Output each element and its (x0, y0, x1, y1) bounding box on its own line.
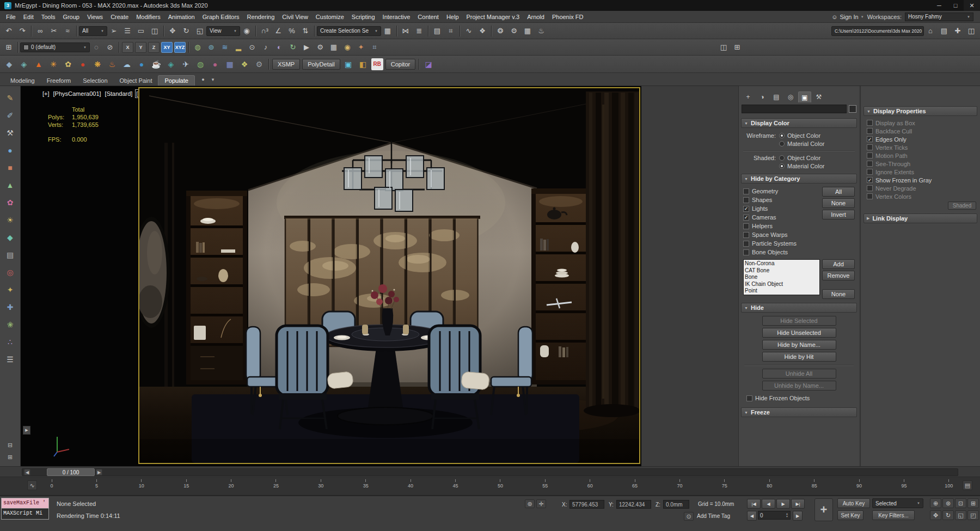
menu-item[interactable]: Civil View (278, 13, 311, 21)
shaded-button[interactable]: Shaded (948, 202, 976, 210)
menu-item[interactable]: Rendering (243, 13, 279, 21)
hide-rollout-header[interactable]: ▼ Hide (741, 303, 857, 313)
category-shapes-checkbox[interactable]: Shapes (743, 196, 820, 204)
heat-plugin-icon[interactable]: ♨ (105, 57, 119, 71)
zoom-extents-all-icon[interactable]: ⊞ (967, 498, 979, 508)
curve-editor-icon[interactable]: ∿ (462, 25, 475, 38)
coffee-plugin-icon[interactable]: ☕ (149, 57, 163, 71)
menu-item[interactable]: File (2, 13, 20, 21)
display-properties-rollout-header[interactable]: ▼ Display Properties (863, 106, 977, 116)
vertex-colors-checkbox[interactable]: Vertex Colors (867, 192, 976, 200)
selection-lock-toggle-icon[interactable]: ⊘ (103, 41, 117, 54)
category-geometry-checkbox[interactable]: Geometry (743, 187, 820, 196)
shaded-material-color-radio[interactable]: Material Color (779, 162, 855, 170)
menu-item[interactable]: Project Manager v.3 (463, 13, 524, 21)
play-icon[interactable]: ▶ (776, 499, 790, 509)
tab-display-icon[interactable]: ▣ (798, 91, 811, 102)
menu-item[interactable]: Views (83, 13, 107, 21)
unlink-selection-icon[interactable]: ✂ (47, 25, 60, 38)
list-none-button[interactable]: None (822, 289, 855, 299)
viewport[interactable]: [+] [PhysCamera001] [Standard] [Default … (21, 86, 641, 466)
menu-item[interactable]: Help (443, 13, 463, 21)
axis-xyz-button[interactable]: XYZ (174, 42, 186, 53)
close-icon[interactable]: ✕ (964, 0, 980, 11)
select-and-link-icon[interactable]: ∞ (34, 25, 47, 38)
viewport-general-menu[interactable]: [+] (42, 90, 50, 97)
ribbon-tab-modeling[interactable]: Modeling (4, 76, 41, 86)
settings-tool-icon[interactable]: ⚙ (314, 41, 327, 54)
mirror-icon[interactable]: ⋈ (399, 25, 412, 38)
hide-frozen-objects-checkbox[interactable]: Hide Frozen Objects (746, 394, 855, 402)
axis-x-button[interactable]: X (122, 42, 133, 53)
edges-only-checkbox[interactable]: Edges Only (867, 135, 976, 143)
selection-filter-dropdown[interactable]: All (79, 26, 107, 36)
add-button[interactable]: Add (822, 259, 855, 269)
new-scene-icon[interactable]: ✚ (951, 25, 964, 38)
snap-toggle-icon[interactable]: ∩³ (258, 25, 271, 38)
menu-item[interactable]: Interactive (379, 13, 414, 21)
schematic-view-icon[interactable]: ❖ (476, 25, 489, 38)
remove-button[interactable]: Remove (822, 271, 855, 280)
select-and-move-icon[interactable]: ✥ (166, 25, 179, 38)
graph-tool-icon[interactable]: ▂ (232, 41, 245, 54)
explosion-plugin-icon[interactable]: ● (76, 57, 90, 71)
window-crossing-icon[interactable]: ◫ (148, 25, 161, 38)
star-plugin-icon[interactable]: ❖ (237, 57, 252, 71)
leaf-icon[interactable]: ❀ (3, 318, 17, 332)
render-setup-icon[interactable]: ⚙ (507, 25, 520, 38)
workspace-dropdown[interactable]: Hosny Fahmy (905, 13, 973, 21)
next-frame-button[interactable]: ▶ (793, 511, 803, 521)
cross-icon[interactable]: ✚ (3, 300, 17, 314)
open-file-icon[interactable]: ◫ (965, 25, 978, 38)
render-production-icon[interactable]: ♨ (535, 25, 548, 38)
copitor-button[interactable]: Copitor (385, 59, 415, 70)
ribbon-tab-populate[interactable]: Populate (158, 75, 194, 86)
vray-plugin-icon[interactable]: ◧ (356, 57, 370, 71)
project-path-dropdown[interactable]: C:\Users\20122\Documents\3ds Max 2020 (831, 26, 924, 36)
previous-frame-button[interactable]: ◀ (747, 511, 757, 521)
x-coordinate-field[interactable]: 57796.453 (569, 500, 604, 509)
key-filters-button[interactable]: Key Filters... (872, 510, 915, 520)
krakatoa-icon[interactable]: ◈ (17, 57, 31, 71)
flame-plugin-icon[interactable]: ✳ (46, 57, 60, 71)
dock-explorer-icon[interactable]: ⊟ (4, 440, 16, 450)
ribbon-config-icon[interactable]: ● (198, 75, 208, 84)
grid-icon[interactable]: ▤ (3, 248, 17, 262)
spark-icon[interactable]: ✦ (3, 283, 17, 297)
axis-xy-button[interactable]: XY (161, 42, 173, 53)
project-folder-icon[interactable]: ⌂ (924, 25, 937, 38)
cloud-plugin-icon[interactable]: ☁ (120, 57, 134, 71)
list-item[interactable]: CAT Bone (745, 267, 818, 274)
cube-icon[interactable]: ■ (3, 161, 17, 175)
object-name-field[interactable] (742, 105, 847, 113)
layer-dropdown[interactable]: 0 (default) (20, 42, 90, 52)
set-keys-button[interactable]: + (814, 498, 833, 521)
see-through-checkbox[interactable]: See-Through (867, 160, 976, 168)
ocean-plugin-icon[interactable]: ● (134, 57, 149, 71)
never-degrade-checkbox[interactable]: Never Degrade (867, 184, 976, 192)
shading-tool-icon[interactable]: ◐ (273, 41, 286, 54)
list-item[interactable]: Bone (745, 274, 818, 281)
menu-item[interactable]: Arnold (523, 13, 548, 21)
time-slider-track[interactable] (22, 468, 958, 476)
material-editor-icon[interactable]: ❂ (494, 25, 507, 38)
zoom-extents-icon[interactable]: ⊡ (955, 498, 966, 508)
sun-icon[interactable]: ☀ (3, 213, 17, 227)
category-lights-checkbox[interactable]: Lights (743, 204, 820, 213)
xsmp-button[interactable]: XSMP (272, 59, 300, 70)
menu-item[interactable]: Create (107, 13, 132, 21)
y-coordinate-field[interactable]: 12242.434 (616, 500, 651, 509)
plane-plugin-icon[interactable]: ✈ (179, 57, 193, 71)
freeze-rollout-header[interactable]: ▼ Freeze (741, 407, 857, 417)
hide-unselected-button[interactable]: Hide Unselected (762, 328, 836, 338)
menu-item[interactable]: Animation (164, 13, 199, 21)
menu-item[interactable]: Group (59, 13, 83, 21)
rectangular-selection-region-icon[interactable]: ▭ (134, 25, 148, 38)
all-button[interactable]: All (822, 187, 855, 197)
category-cameras-checkbox[interactable]: Cameras (743, 213, 820, 222)
maxscript-mini-listener[interactable]: saveMaxFile ' MAXScript Mi (1, 498, 49, 520)
category-particle-systems-checkbox[interactable]: Particle Systems (743, 239, 820, 248)
redo-icon[interactable]: ↷ (16, 25, 29, 38)
exclude-category-list[interactable]: Non-CoronaCAT BoneBoneIK Chain ObjectPoi… (743, 259, 820, 295)
viewport-standard-menu[interactable]: [Standard] (105, 90, 133, 97)
